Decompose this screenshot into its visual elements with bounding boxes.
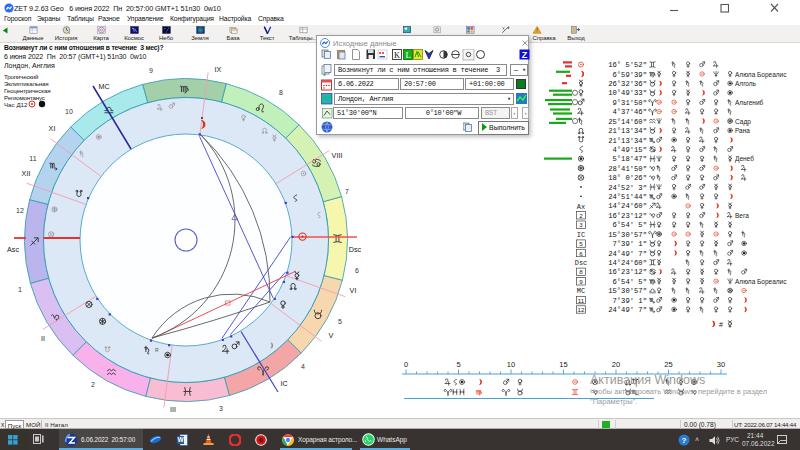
svg-text:Алюла Бореалис: Алюла Бореалис — [735, 71, 787, 79]
svg-text:28°41'50": 28°41'50" — [608, 165, 647, 173]
svg-text:5: 5 — [456, 360, 460, 369]
svg-text:?: ? — [682, 436, 687, 445]
svg-text:XII: XII — [22, 169, 31, 178]
svg-text:4: 4 — [301, 363, 305, 370]
svg-text:#: # — [719, 321, 723, 328]
svg-text:11: 11 — [29, 155, 36, 162]
svg-text:21°13'34": 21°13'34" — [608, 127, 647, 135]
svg-text:16°23'12": 16°23'12" — [608, 212, 647, 220]
svg-text:25: 25 — [664, 360, 672, 369]
svg-text:5: 5 — [338, 318, 342, 325]
svg-text:R: R — [155, 347, 159, 353]
svg-text:MC: MC — [98, 82, 109, 91]
svg-text:8: 8 — [579, 268, 583, 275]
svg-text:18° 0'26": 18° 0'26" — [608, 174, 647, 182]
svg-text:6°54' 5": 6°54' 5" — [612, 221, 647, 229]
svg-text:2: 2 — [579, 212, 583, 219]
svg-text:IX: IX — [215, 65, 222, 74]
svg-text:XI: XI — [49, 124, 56, 133]
svg-text:Денеб: Денеб — [735, 155, 754, 163]
svg-text:III: III — [170, 405, 176, 414]
svg-text:21°13'34": 21°13'34" — [608, 137, 647, 145]
svg-text:9: 9 — [149, 67, 153, 74]
svg-text:6: 6 — [579, 250, 583, 257]
svg-text:14°24'60": 14°24'60" — [608, 259, 647, 267]
svg-text:16° 5'52": 16° 5'52" — [608, 61, 647, 69]
svg-text:26°32'36": 26°32'36" — [608, 80, 647, 88]
svg-text:10°49'33": 10°49'33" — [608, 89, 647, 97]
svg-text:15°30'57": 15°30'57" — [608, 231, 647, 239]
svg-text:10: 10 — [65, 108, 73, 115]
svg-text:K: K — [394, 50, 401, 60]
svg-text:Dsc: Dsc — [349, 245, 362, 254]
svg-text:9°31'50": 9°31'50" — [612, 99, 647, 107]
svg-text:7°39' 1": 7°39' 1" — [612, 240, 647, 248]
svg-text:Ax: Ax — [577, 203, 585, 211]
svg-text:Алголь: Алголь — [735, 80, 757, 87]
svg-text:6: 6 — [355, 267, 359, 274]
svg-text:30: 30 — [717, 360, 725, 369]
svg-text:3: 3 — [219, 405, 223, 412]
svg-text:VIII: VIII — [332, 151, 343, 160]
svg-text:24°51'44": 24°51'44" — [608, 193, 647, 201]
svg-text:4°37'46": 4°37'46" — [612, 108, 647, 116]
svg-text:24°49' 7": 24°49' 7" — [608, 250, 647, 258]
svg-text:14°24'60": 14°24'60" — [608, 202, 647, 210]
svg-text:Dsc: Dsc — [575, 259, 588, 267]
svg-text:II: II — [41, 334, 45, 343]
svg-text:24°49' 7": 24°49' 7" — [608, 306, 647, 314]
svg-text:6°54' 5": 6°54' 5" — [612, 278, 647, 286]
svg-text:10: 10 — [507, 360, 515, 369]
svg-text:8: 8 — [279, 89, 283, 96]
svg-text:3: 3 — [579, 221, 583, 228]
svg-text:Asc: Asc — [7, 245, 19, 254]
svg-text:16°23'12": 16°23'12" — [608, 268, 647, 276]
svg-text:9: 9 — [579, 278, 583, 285]
svg-text:7: 7 — [345, 188, 349, 195]
svg-text:Z: Z — [522, 50, 528, 60]
svg-text:V: V — [329, 331, 334, 340]
svg-text:Рана: Рана — [735, 127, 750, 134]
svg-text:0: 0 — [404, 360, 408, 369]
svg-text:5: 5 — [579, 240, 583, 247]
svg-text:6°59'39": 6°59'39" — [612, 71, 647, 79]
svg-text:25°14'60": 25°14'60" — [608, 118, 647, 126]
svg-text:20: 20 — [612, 360, 620, 369]
svg-text:1: 1 — [18, 286, 22, 293]
svg-text:Вега: Вега — [735, 212, 749, 219]
svg-text:4°49'15": 4°49'15" — [612, 146, 647, 154]
svg-text:IC: IC — [280, 379, 287, 388]
svg-text:Алюла Бореалис: Алюла Бореалис — [735, 278, 787, 286]
svg-text:L: L — [405, 50, 410, 60]
svg-text:W: W — [177, 436, 184, 443]
svg-text:MC: MC — [577, 287, 585, 295]
svg-text:Садр: Садр — [735, 118, 751, 126]
svg-text:15: 15 — [559, 360, 567, 369]
svg-text:24°52' 3": 24°52' 3" — [608, 184, 647, 192]
svg-text:7°39' 1": 7°39' 1" — [612, 297, 647, 305]
svg-text:12: 12 — [578, 306, 585, 313]
svg-text:VI: VI — [350, 286, 357, 295]
svg-text:IC: IC — [577, 231, 585, 239]
svg-text:11: 11 — [578, 297, 585, 304]
svg-text:5°18'47": 5°18'47" — [612, 155, 647, 163]
svg-text:15°30'57": 15°30'57" — [608, 287, 647, 295]
svg-text:12: 12 — [16, 207, 24, 214]
svg-text:Альгениб: Альгениб — [735, 99, 764, 106]
svg-text:2: 2 — [91, 381, 95, 388]
